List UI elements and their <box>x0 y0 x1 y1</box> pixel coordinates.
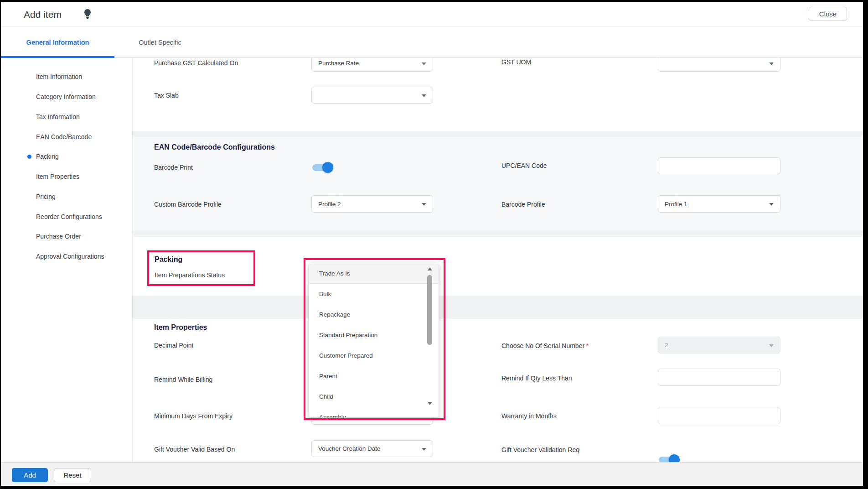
gst-uom-label: GST UOM <box>501 58 531 66</box>
chevron-down-icon <box>422 62 426 65</box>
section-divider <box>133 131 863 137</box>
custom-barcode-profile-label: Custom Barcode Profile <box>154 201 222 208</box>
custom-barcode-profile-value: Profile 2 <box>318 201 341 208</box>
sidebar-item-item-properties[interactable]: Item Properties <box>36 172 79 181</box>
scrollbar-thumb[interactable] <box>427 275 432 345</box>
close-button[interactable]: Close <box>809 7 847 21</box>
chevron-down-icon <box>422 203 426 206</box>
add-button[interactable]: Add <box>12 468 48 482</box>
chevron-down-icon <box>422 94 426 97</box>
packing-highlight-box: Packing Item Preparations Status <box>147 250 255 286</box>
dropdown-option-parent[interactable]: Parent <box>309 366 439 386</box>
serial-number-value: 2 <box>665 342 668 349</box>
dropdown-option-standard-preparation[interactable]: Standard Preparation <box>309 325 439 345</box>
gift-voucher-based-label: Gift Voucher Valid Based On <box>154 446 235 453</box>
page-title: Add item <box>24 9 62 20</box>
barcode-print-toggle[interactable] <box>311 162 333 173</box>
purchase-gst-label: Purchase GST Calculated On <box>154 59 238 67</box>
sidebar: Item Information Category Information Ta… <box>1 58 133 462</box>
remind-if-qty-input[interactable] <box>658 369 780 386</box>
dropdown-option-child[interactable]: Child <box>309 386 439 407</box>
sidebar-item-tax-information[interactable]: Tax Information <box>36 112 80 121</box>
dropdown-option-assembly[interactable]: Assembly <box>309 407 439 417</box>
sidebar-item-pricing[interactable]: Pricing <box>36 192 56 201</box>
chevron-down-icon <box>769 203 774 206</box>
active-item-dot-icon <box>27 155 31 159</box>
sidebar-item-ean-code-barcode[interactable]: EAN Code/Barcode <box>36 132 92 141</box>
tab-general-information[interactable]: General Information <box>1 27 114 58</box>
dropdown-option-customer-prepared[interactable]: Customer Prepared <box>309 345 439 366</box>
sidebar-item-reorder-configurations[interactable]: Reorder Configurations <box>36 212 102 221</box>
packing-section-header: Packing <box>155 255 182 264</box>
remind-if-qty-label: Remind If Qty Less Than <box>501 375 572 382</box>
item-preparations-dropdown-list: Trade As Is Bulk Repackage Standard Prep… <box>309 263 439 417</box>
sidebar-item-item-information[interactable]: Item Information <box>36 72 82 81</box>
upc-ean-input[interactable] <box>658 157 780 174</box>
chevron-down-icon <box>769 344 774 347</box>
gift-voucher-based-dropdown[interactable]: Voucher Creation Date <box>311 440 433 457</box>
sidebar-item-purchase-order[interactable]: Purchase Order <box>36 232 81 241</box>
scroll-down-icon[interactable] <box>428 402 432 405</box>
sidebar-item-approval-configurations[interactable]: Approval Configurations <box>36 252 104 261</box>
warranty-input[interactable] <box>658 407 780 424</box>
purchase-gst-value: Purchase Rate <box>318 60 359 67</box>
tab-outlet-specific[interactable]: Outlet Specific <box>114 27 206 58</box>
required-asterisk: * <box>586 342 589 349</box>
upc-ean-label: UPC/EAN Code <box>501 162 547 169</box>
serial-number-label-text: Choose No Of Serial Number <box>501 342 584 349</box>
dialog-header <box>1 2 863 27</box>
scrollbar[interactable] <box>427 265 433 416</box>
toggle-knob <box>322 162 333 173</box>
dropdown-option-repackage[interactable]: Repackage <box>309 304 439 325</box>
remind-while-billing-label: Remind While Billing <box>154 376 212 383</box>
footer-bar <box>1 462 863 486</box>
serial-number-label: Choose No Of Serial Number* <box>501 342 589 349</box>
warranty-label: Warranty in Months <box>501 412 557 420</box>
active-tab-underline <box>1 56 114 58</box>
gift-voucher-req-label: Gift Voucher Validation Req <box>501 446 579 453</box>
sidebar-item-category-information[interactable]: Category Information <box>36 92 96 101</box>
section-divider <box>133 296 863 319</box>
decimal-point-label: Decimal Point <box>154 342 193 349</box>
scroll-up-icon[interactable] <box>428 267 432 271</box>
sidebar-item-packing[interactable]: Packing <box>36 152 59 161</box>
barcode-print-label: Barcode Print <box>154 164 193 171</box>
barcode-profile-value: Profile 1 <box>665 201 687 208</box>
tax-slab-dropdown[interactable] <box>311 87 433 104</box>
item-preparations-status-label: Item Preparations Status <box>155 271 225 279</box>
gift-voucher-based-value: Voucher Creation Date <box>318 445 381 452</box>
item-properties-section-header: Item Properties <box>154 323 207 332</box>
serial-number-dropdown[interactable]: 2 <box>658 337 780 354</box>
barcode-profile-label: Barcode Profile <box>501 201 545 208</box>
chevron-down-icon <box>769 62 774 65</box>
barcode-profile-dropdown[interactable]: Profile 1 <box>658 195 780 213</box>
tax-slab-label: Tax Slab <box>154 92 179 99</box>
lightbulb-icon[interactable] <box>83 8 92 21</box>
reset-button[interactable]: Reset <box>54 468 91 482</box>
section-divider <box>133 230 863 237</box>
dropdown-option-trade-as-is[interactable]: Trade As Is <box>309 263 439 284</box>
chevron-down-icon <box>422 448 426 451</box>
custom-barcode-profile-dropdown[interactable]: Profile 2 <box>311 195 433 213</box>
ean-section-header: EAN Code/Barcode Configurations <box>154 143 275 151</box>
dropdown-option-bulk[interactable]: Bulk <box>309 284 439 304</box>
min-days-expiry-label: Minimum Days From Expiry <box>154 412 232 420</box>
